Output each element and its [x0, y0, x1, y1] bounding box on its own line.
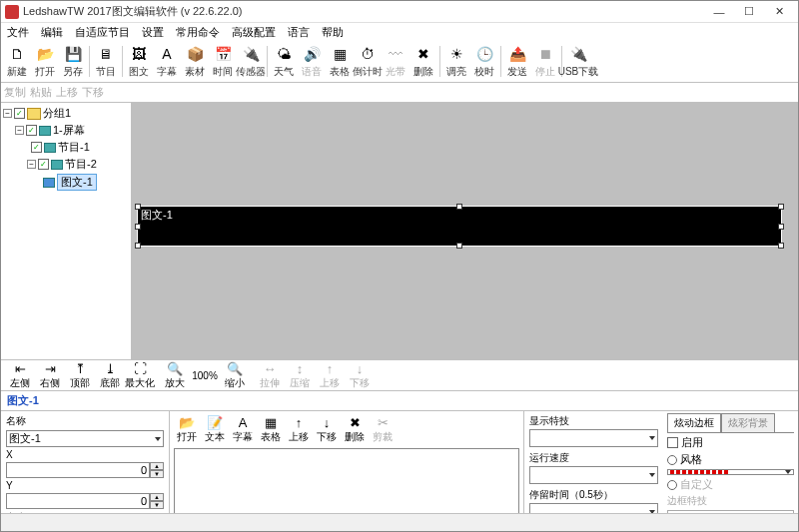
tree-expand-icon[interactable]: − — [27, 160, 36, 169]
menu-common[interactable]: 常用命令 — [176, 25, 220, 39]
maximize-button[interactable]: ☐ — [734, 3, 764, 21]
tree-group[interactable]: 分组1 — [43, 106, 71, 121]
content-剪裁[interactable]: ✂剪裁 — [370, 415, 396, 444]
toolbar-下移[interactable]: 下移 — [81, 85, 105, 100]
x-stepper[interactable]: 0▲▼ — [6, 462, 164, 478]
y-stepper[interactable]: 0▲▼ — [6, 493, 164, 509]
menu-adaptive[interactable]: 自适应节目 — [75, 25, 130, 39]
toolbar-表格[interactable]: ▦表格 — [326, 42, 354, 81]
toolbar-字幕[interactable]: A字幕 — [153, 42, 181, 81]
toolbar-素材[interactable]: 📦素材 — [181, 42, 209, 81]
display-effect-select[interactable] — [529, 429, 658, 447]
tree-panel: −✓分组1 −✓1-屏幕 ✓节目-1 −✓节目-2 图文-1 — [1, 103, 132, 359]
toolbar-左侧[interactable]: ⇤左侧 — [5, 361, 35, 390]
content-打开[interactable]: 📂打开 — [174, 415, 200, 444]
toolbar-复制[interactable]: 复制 — [3, 85, 27, 100]
chevron-down-icon — [155, 437, 161, 441]
close-button[interactable]: ✕ — [764, 3, 794, 21]
style-radio[interactable] — [667, 455, 677, 465]
content-下移[interactable]: ↓下移 — [314, 415, 340, 444]
toolbar-节目[interactable]: 🖥节目 — [92, 42, 120, 81]
speed-select[interactable] — [529, 466, 658, 484]
custom-radio[interactable] — [667, 480, 677, 490]
toolbar-上移[interactable]: 上移 — [55, 85, 79, 100]
toolbar-传感器[interactable]: 🔌传感器 — [237, 42, 265, 81]
menu-advanced[interactable]: 高级配置 — [232, 25, 276, 39]
toolbar-上移[interactable]: ↑上移 — [315, 361, 345, 390]
chevron-down-icon — [785, 470, 791, 474]
canvas[interactable]: 图文-1 — [132, 103, 798, 359]
display-effect-label: 显示特技 — [529, 414, 658, 428]
光带-icon: 〰 — [386, 44, 405, 64]
toolbar-压缩[interactable]: ↕压缩 — [285, 361, 315, 390]
resize-handle-s[interactable] — [456, 243, 462, 249]
toolbar-校时[interactable]: 🕒校时 — [470, 42, 498, 81]
name-input[interactable]: 图文-1 — [6, 430, 164, 447]
toolbar-放大[interactable]: 🔍放大 — [160, 361, 190, 390]
toolbar-语音[interactable]: 🔊语音 — [298, 42, 326, 81]
menu-language[interactable]: 语言 — [288, 25, 310, 39]
下移-icon: ↓ — [324, 415, 331, 430]
resize-handle-nw[interactable] — [135, 204, 141, 210]
led-object[interactable]: 图文-1 — [137, 206, 782, 247]
menu-file[interactable]: 文件 — [7, 25, 29, 39]
tree-screen[interactable]: 1-屏幕 — [53, 123, 85, 138]
toolbar-右侧[interactable]: ⇥右侧 — [35, 361, 65, 390]
toolbar-新建[interactable]: 🗋新建 — [3, 42, 31, 81]
节目-icon: 🖥 — [96, 44, 116, 64]
content-文本[interactable]: 📝文本 — [202, 415, 228, 444]
toolbar-100%[interactable]: 100% — [190, 370, 220, 381]
checkbox[interactable]: ✓ — [38, 159, 49, 170]
resize-handle-ne[interactable] — [778, 204, 784, 210]
tree-expand-icon[interactable]: − — [15, 126, 24, 135]
menu-help[interactable]: 帮助 — [322, 25, 344, 39]
toolbar-缩小[interactable]: 🔍缩小 — [220, 361, 250, 390]
checkbox[interactable]: ✓ — [26, 125, 37, 136]
checkbox[interactable]: ✓ — [14, 108, 25, 119]
tree-prog1[interactable]: 节目-1 — [58, 140, 90, 155]
minimize-button[interactable]: — — [704, 3, 734, 21]
style-swatch[interactable] — [667, 469, 794, 475]
toolbar-停止[interactable]: ⏹停止 — [531, 42, 559, 81]
toolbar-打开[interactable]: 📂打开 — [31, 42, 59, 81]
toolbar-光带[interactable]: 〰光带 — [382, 42, 409, 81]
toolbar-USB下载[interactable]: 🔌USB下载 — [564, 42, 592, 81]
tab-border[interactable]: 炫动边框 — [667, 413, 721, 432]
toolbar-调亮[interactable]: ☀调亮 — [442, 42, 470, 81]
x-label: X — [6, 449, 164, 460]
tree-expand-icon[interactable]: − — [3, 109, 12, 118]
上移-icon: ↑ — [296, 415, 303, 430]
checkbox[interactable]: ✓ — [31, 142, 42, 153]
resize-handle-e[interactable] — [778, 224, 784, 230]
resize-handle-sw[interactable] — [135, 243, 141, 249]
toolbar-拉伸[interactable]: ↔拉伸 — [255, 361, 285, 390]
resize-handle-se[interactable] — [778, 243, 784, 249]
clipboard-toolbar: 复制粘贴上移下移 — [1, 83, 798, 103]
toolbar-另存[interactable]: 💾另存 — [59, 42, 87, 81]
toolbar-时间[interactable]: 📅时间 — [209, 42, 237, 81]
toolbar-最大化[interactable]: ⛶最大化 — [125, 361, 155, 390]
toolbar-删除[interactable]: ✖删除 — [409, 42, 437, 81]
缩小-icon: 🔍 — [227, 361, 243, 376]
toolbar-倒计时[interactable]: ⏱倒计时 — [354, 42, 382, 81]
content-字幕[interactable]: A字幕 — [230, 415, 256, 444]
toolbar-粘贴[interactable]: 粘贴 — [29, 85, 53, 100]
enable-checkbox[interactable] — [667, 437, 678, 448]
toolbar-图文[interactable]: 🖼图文 — [125, 42, 153, 81]
menu-edit[interactable]: 编辑 — [41, 25, 63, 39]
content-删除[interactable]: ✖删除 — [342, 415, 368, 444]
toolbar-底部[interactable]: ⤓底部 — [95, 361, 125, 390]
content-表格[interactable]: ▦表格 — [258, 415, 284, 444]
拉伸-icon: ↔ — [264, 361, 277, 376]
toolbar-顶部[interactable]: ⤒顶部 — [65, 361, 95, 390]
toolbar-天气[interactable]: 🌤天气 — [270, 42, 298, 81]
toolbar-下移[interactable]: ↓下移 — [345, 361, 375, 390]
resize-handle-w[interactable] — [135, 224, 141, 230]
menu-settings[interactable]: 设置 — [142, 25, 164, 39]
tab-background[interactable]: 炫彩背景 — [721, 413, 775, 432]
toolbar-发送[interactable]: 📤发送 — [503, 42, 531, 81]
tree-prog2[interactable]: 节目-2 — [65, 157, 97, 172]
resize-handle-n[interactable] — [456, 204, 462, 210]
tree-selected-item[interactable]: 图文-1 — [57, 174, 97, 191]
content-上移[interactable]: ↑上移 — [286, 415, 312, 444]
